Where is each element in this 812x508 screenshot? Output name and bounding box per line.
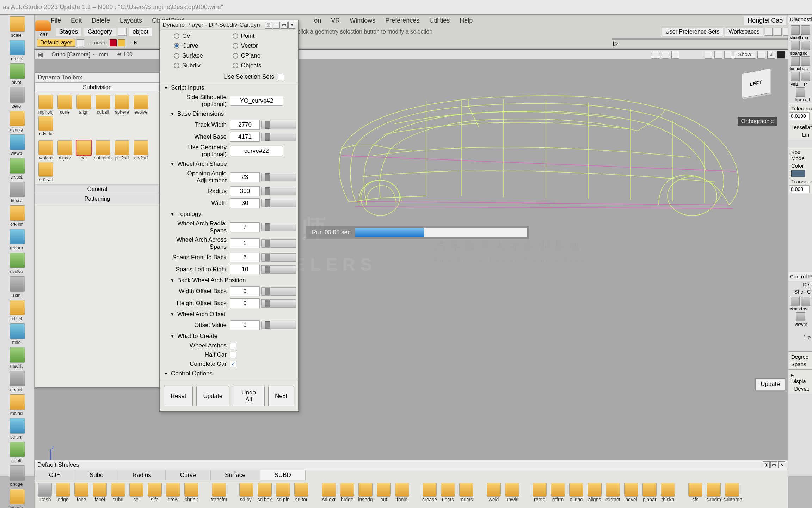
right-tool-ho[interactable] [801, 41, 810, 50]
toolbox-pln2sd[interactable]: pln2sd [112, 140, 131, 161]
slider-height-offset[interactable] [261, 299, 296, 308]
hdr-script-inputs[interactable]: ▼Script Inputs [160, 83, 298, 93]
next-button[interactable]: Next [268, 386, 294, 406]
shelf-item-refrm[interactable]: refrm [549, 483, 567, 502]
toolbox-qdball[interactable]: qdball [93, 95, 112, 115]
shelf-layout-icon[interactable]: ⊞ [763, 461, 770, 468]
input-width-offset[interactable] [230, 286, 260, 296]
shelf-item-brdge[interactable]: brdge [338, 483, 356, 502]
section-general[interactable]: General [35, 184, 160, 194]
update-button[interactable]: Update [196, 386, 229, 406]
hdr-what-create[interactable]: ▼What to Create [160, 331, 298, 341]
hdr-topology[interactable]: ▼Topology [160, 209, 298, 219]
input-offset-value[interactable] [230, 320, 260, 330]
vh-icon-1[interactable] [652, 51, 659, 59]
shelf-item-mdcrs[interactable]: mdcrs [457, 483, 475, 502]
shelf-item-subd[interactable]: subd [109, 483, 127, 502]
right-tool-xs[interactable] [801, 297, 810, 306]
toolbox-evolve[interactable]: evolve [131, 95, 150, 115]
input-use-geometry[interactable] [230, 146, 283, 156]
shelf-item-subtomb[interactable]: subtomb [723, 483, 741, 502]
toolbox-whlarc[interactable]: whlarc [36, 140, 55, 161]
left-tool-reborn[interactable]: reborn [9, 228, 26, 250]
left-tool-insedg[interactable]: insedg [9, 488, 26, 508]
shelf-item-subdm[interactable]: subdm [705, 483, 722, 502]
pick-icon[interactable] [118, 28, 127, 36]
right-tool-boxmod[interactable] [796, 87, 805, 97]
tab-subdivision[interactable]: Subdivision [35, 83, 160, 92]
left-tool-srfoff[interactable]: srfoff [9, 441, 26, 463]
menu-help[interactable]: Help [455, 16, 478, 26]
shelf-item-unwld[interactable]: unwld [503, 483, 521, 502]
left-tool-evolve[interactable]: evolve [9, 252, 26, 274]
left-tool-fit crv[interactable]: fit crv [9, 181, 26, 203]
shelf-item-sd pln[interactable]: sd pln [274, 483, 292, 502]
vh-icon-7[interactable] [757, 51, 765, 59]
slider-offset-value[interactable] [261, 321, 296, 329]
user-name[interactable]: Hongfei Cao [744, 16, 787, 25]
left-tool-srfillet[interactable]: srfillet [9, 299, 26, 321]
shelf-item-planar[interactable]: planar [641, 483, 658, 502]
shelf-item-facel[interactable]: facel [91, 483, 109, 502]
shelf-item-uncrs[interactable]: uncrs [439, 483, 457, 502]
input-across-spans[interactable] [230, 238, 260, 248]
input-spans-left[interactable] [230, 265, 260, 274]
left-tool-np sc[interactable]: np sc [9, 39, 26, 61]
chk-wheel-arches[interactable] [230, 343, 236, 349]
shelf-item-retop[interactable]: retop [531, 483, 548, 502]
toolbox-algcrv[interactable]: algcrv [55, 140, 74, 161]
timeline-slider[interactable] [612, 38, 809, 40]
shelf-item-shrink[interactable]: shrink [183, 483, 200, 502]
shelf-item-thickn[interactable]: thickn [659, 483, 677, 502]
input-radius[interactable] [230, 186, 260, 196]
use-selection-sets-check[interactable] [278, 74, 284, 80]
shelf-item-crease[interactable]: crease [421, 483, 438, 502]
reset-button[interactable]: Reset [164, 386, 193, 406]
left-tool-zero[interactable]: zero [9, 86, 26, 109]
hdr-base-dimensions[interactable]: ▼Base Dimensions [160, 109, 298, 119]
radio-vector[interactable]: Vector [233, 42, 284, 49]
menu-delete[interactable]: Delete [87, 16, 115, 26]
player-close-icon[interactable]: ✕ [288, 22, 295, 29]
update-dock-button[interactable]: Update [755, 378, 785, 390]
shelf-max-icon[interactable]: ▭ [770, 461, 777, 468]
shelf-item-sd ext[interactable]: sd ext [320, 483, 338, 502]
toolbox-mphobj[interactable]: mphobj [36, 95, 55, 115]
user-pref-sets-button[interactable]: User Preference Sets [662, 28, 723, 36]
shelf-item-transfm[interactable]: transfm [210, 483, 228, 502]
shelf-item-extract[interactable]: extract [604, 483, 622, 502]
top-icon-2[interactable] [774, 28, 782, 36]
left-tool-ffblo[interactable]: ffblo [9, 323, 26, 345]
view-label[interactable]: Ortho [Camera] ↔ mm [51, 52, 109, 58]
left-tool-mblnd[interactable]: mblnd [9, 394, 26, 416]
input-radial-spans[interactable] [230, 222, 260, 232]
slider-spans-front[interactable] [261, 253, 296, 262]
hdr-wheel-arch-shape[interactable]: ▼Wheel Arch Shape [160, 159, 298, 169]
slider-track-width[interactable] [261, 121, 296, 129]
tolerance-input[interactable] [790, 112, 810, 120]
toolbox-sdvide[interactable]: sdvide [36, 116, 55, 136]
toolbox-cone[interactable]: cone [55, 95, 74, 115]
menu-vr[interactable]: VR [326, 16, 345, 26]
left-tool-dynply[interactable]: dynply [9, 110, 26, 132]
toolbox-align[interactable]: align [74, 95, 93, 115]
shelf-item-sfs[interactable]: sfs [687, 483, 704, 502]
right-tool-ckmod[interactable] [791, 297, 800, 306]
shelf-item-sel[interactable]: sel [128, 483, 145, 502]
player-max-icon[interactable]: ▭ [281, 22, 288, 29]
left-tool-skin[interactable]: skin [9, 276, 26, 298]
right-tool-sr[interactable] [801, 72, 810, 81]
chk-half-car[interactable] [230, 352, 236, 358]
slider-radius[interactable] [261, 187, 296, 195]
vh-icon-4[interactable] [705, 51, 712, 59]
shelf-tab-surface[interactable]: Surface [210, 470, 260, 480]
left-tool-msdrft[interactable]: msdrft [9, 346, 26, 369]
hdr-arch-offset[interactable]: ▼Wheel Arch Offset [160, 309, 298, 319]
shelf-item-fhole[interactable]: fhole [393, 483, 411, 502]
shelf-tab-cjh[interactable]: CJH [35, 470, 75, 480]
vh-icon-2[interactable] [662, 51, 669, 59]
top-icon-1[interactable] [765, 28, 773, 36]
left-tool-viewp[interactable]: viewp [9, 134, 26, 156]
radio-point[interactable]: Point [233, 32, 284, 40]
view-cube[interactable]: LEFT [742, 71, 774, 103]
